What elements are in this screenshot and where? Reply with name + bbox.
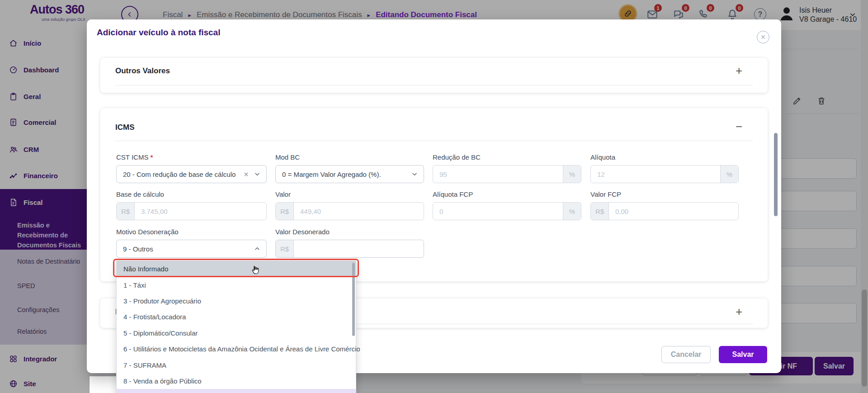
field-label-valor-desonerado: Valor Desonerado	[275, 228, 330, 236]
field-label-aliquota: Alíquota	[590, 153, 615, 161]
percent-suffix: %	[563, 203, 581, 220]
valor-fcp-input: R$ 0,00	[590, 202, 739, 220]
expand-plus-icon[interactable]: +	[736, 307, 742, 317]
field-label-base-calculo: Base de cálculo	[116, 190, 164, 198]
section-divider	[115, 141, 753, 141]
currency-prefix: R$	[276, 240, 294, 257]
motivo-desoneracao-select[interactable]: 9 - Outros	[116, 240, 267, 258]
cst-icms-select[interactable]: 20 - Com redução de base de cálculo	[116, 165, 267, 183]
expand-plus-icon[interactable]: +	[736, 66, 742, 76]
section-title: Outros Valores	[115, 66, 170, 76]
section-divider	[115, 85, 753, 85]
collapse-minus-icon[interactable]: −	[736, 122, 742, 132]
chevron-down-icon	[411, 170, 418, 178]
screen: Fiscal ▸ Emissão e Recebimento de Docume…	[0, 0, 868, 393]
reducao-bc-input: 95 %	[433, 165, 581, 183]
modal-title: Adicionar veículo à nota fiscal	[97, 28, 220, 38]
percent-suffix: %	[563, 166, 581, 183]
close-icon	[760, 34, 766, 40]
cursor-icon	[250, 264, 260, 276]
currency-prefix: R$	[591, 203, 609, 220]
field-label-motivo-desoneracao: Motivo Desoneração	[116, 228, 179, 236]
dropdown-option-6-utilitarios[interactable]: 6 - Utilitários e Motocicletas da Amazôn…	[117, 341, 356, 357]
section-icms: ICMS − CST ICMS * Mod BC Redução de BC A…	[100, 108, 768, 281]
field-label-valor-fcp: Valor FCP	[590, 190, 621, 198]
modal-scrollbar-thumb[interactable]	[774, 133, 778, 216]
save-button[interactable]: Salvar	[719, 346, 767, 363]
dropdown-option-3-produtor[interactable]: 3 - Produtor Agropecuário	[117, 293, 356, 309]
mod-bc-select[interactable]: 0 = Margem Valor Agregado (%).	[275, 165, 424, 183]
aliquota-fcp-input: 0 %	[433, 202, 581, 220]
dropdown-option-4-frotista[interactable]: 4 - Frotista/Locadora	[117, 309, 356, 325]
field-label-valor: Valor	[275, 190, 291, 198]
highlight-annotation	[113, 259, 359, 277]
motivo-desoneracao-dropdown: Não Informado 1 - Táxi 3 - Produtor Agro…	[116, 260, 356, 393]
valor-desonerado-input[interactable]: R$	[275, 240, 424, 258]
dropdown-option-1-taxi[interactable]: 1 - Táxi	[117, 277, 356, 293]
dropdown-option-partial-selected[interactable]	[117, 389, 356, 393]
field-label-aliquota-fcp: Alíquota FCP	[433, 190, 473, 198]
percent-suffix: %	[720, 166, 738, 183]
dropdown-option-8-venda-orgao[interactable]: 8 - Venda a órgão Público	[117, 373, 356, 389]
currency-prefix: R$	[276, 203, 294, 220]
section-title: ICMS	[115, 123, 135, 132]
field-label-mod-bc: Mod BC	[275, 153, 300, 161]
dropdown-option-7-suframa[interactable]: 7 - SUFRAMA	[117, 357, 356, 373]
field-label-reducao-bc: Redução de BC	[433, 153, 481, 161]
dropdown-option-5-diplomatico[interactable]: 5 - Diplomático/Consular	[117, 325, 356, 341]
valor-input: R$ 449,40	[275, 202, 424, 220]
clear-icon[interactable]	[243, 171, 249, 177]
chevron-up-icon	[254, 245, 261, 252]
cancel-button[interactable]: Cancelar	[661, 346, 711, 363]
chevron-down-icon	[254, 170, 261, 178]
base-calculo-input: R$ 3.745,00	[116, 202, 267, 220]
aliquota-input: 12 %	[590, 165, 739, 183]
section-outros-valores: Outros Valores +	[100, 58, 768, 93]
field-label-cst-icms: CST ICMS *	[116, 153, 153, 161]
currency-prefix: R$	[117, 203, 135, 220]
modal-close-button[interactable]	[757, 31, 769, 43]
required-asterisk: *	[151, 153, 153, 161]
